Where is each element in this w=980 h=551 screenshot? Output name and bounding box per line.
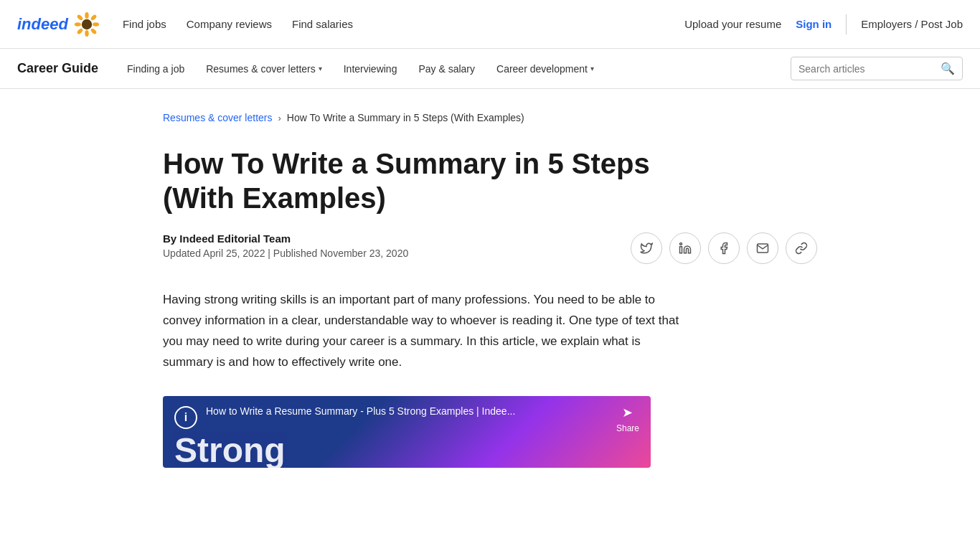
resumes-chevron-icon: ▾ — [319, 65, 322, 72]
article-dates: Updated April 25, 2022 | Published Novem… — [163, 248, 408, 259]
finding-a-job-link[interactable]: Finding a job — [118, 57, 193, 80]
upload-resume-link[interactable]: Upload your resume — [684, 18, 781, 30]
facebook-icon — [717, 242, 730, 255]
main-nav-links: Find jobs Company reviews Find salaries — [123, 18, 684, 30]
twitter-share-button[interactable] — [631, 232, 662, 264]
meta-text: By Indeed Editorial Team Updated April 2… — [163, 232, 408, 259]
linkedin-icon — [679, 242, 692, 255]
article-body: Having strong writing skills is an impor… — [163, 290, 679, 468]
search-box[interactable]: 🔍 — [791, 57, 963, 80]
facebook-share-button[interactable] — [708, 232, 740, 264]
video-share-button[interactable]: ➤ Share — [616, 405, 639, 433]
share-arrow-icon: ➤ — [622, 405, 633, 420]
resumes-link[interactable]: Resumes & cover letters ▾ — [197, 57, 331, 80]
video-strong-text: Strong — [163, 433, 651, 468]
svg-point-3 — [75, 22, 81, 26]
sign-in-button[interactable]: Sign in — [796, 18, 831, 30]
breadcrumb: Resumes & cover letters › How To Write a… — [163, 112, 817, 123]
video-title: How to Write a Resume Summary - Plus 5 S… — [206, 405, 616, 419]
career-nav-links: Finding a job Resumes & cover letters ▾ … — [118, 57, 791, 80]
find-jobs-link[interactable]: Find jobs — [123, 18, 166, 30]
nav-divider — [846, 14, 847, 34]
article-title: How To Write a Summary in 5 Steps (With … — [163, 146, 679, 215]
email-icon — [756, 242, 769, 255]
link-icon — [795, 242, 808, 255]
search-input[interactable] — [798, 63, 941, 75]
article-meta: By Indeed Editorial Team Updated April 2… — [163, 232, 817, 264]
article-author: By Indeed Editorial Team — [163, 232, 408, 245]
find-salaries-link[interactable]: Find salaries — [292, 18, 353, 30]
career-guide-navigation: Career Guide Finding a job Resumes & cov… — [0, 49, 980, 89]
svg-point-1 — [85, 11, 88, 18]
company-reviews-link[interactable]: Company reviews — [187, 18, 272, 30]
career-guide-title: Career Guide — [17, 61, 98, 76]
twitter-icon — [640, 242, 653, 255]
search-button[interactable]: 🔍 — [941, 62, 955, 75]
video-share-label: Share — [616, 423, 639, 433]
career-dev-link[interactable]: Career development ▾ — [488, 57, 603, 80]
social-share-buttons — [631, 232, 817, 264]
indeed-logo[interactable]: indeed — [17, 15, 68, 34]
svg-point-0 — [82, 19, 92, 29]
svg-point-2 — [85, 30, 88, 37]
sunflower-icon — [74, 11, 100, 37]
logo-area: indeed — [17, 11, 100, 37]
interviewing-link[interactable]: Interviewing — [335, 57, 406, 80]
top-nav-right: Upload your resume Sign in Employers / P… — [684, 14, 963, 34]
svg-point-4 — [93, 22, 99, 26]
video-thumbnail[interactable]: i How to Write a Resume Summary - Plus 5… — [163, 396, 651, 468]
breadcrumb-link[interactable]: Resumes & cover letters — [163, 112, 273, 123]
video-info-icon: i — [174, 406, 197, 429]
top-navigation: indeed Find jobs Company reviews Find sa… — [0, 0, 980, 49]
svg-point-5 — [76, 14, 83, 21]
svg-point-7 — [90, 14, 97, 21]
main-content: Resumes & cover letters › How To Write a… — [146, 89, 834, 502]
breadcrumb-current: How To Write a Summary in 5 Steps (With … — [287, 112, 524, 123]
article-intro: Having strong writing skills is an impor… — [163, 290, 679, 373]
svg-point-6 — [90, 27, 97, 34]
pay-salary-link[interactable]: Pay & salary — [410, 57, 484, 80]
svg-point-10 — [680, 243, 682, 245]
email-share-button[interactable] — [747, 232, 778, 264]
employers-link[interactable]: Employers / Post Job — [861, 18, 963, 30]
career-dev-chevron-icon: ▾ — [590, 65, 594, 72]
breadcrumb-separator: › — [278, 113, 281, 123]
linkedin-share-button[interactable] — [669, 232, 701, 264]
svg-rect-9 — [680, 247, 682, 253]
copy-link-button[interactable] — [786, 232, 817, 264]
svg-point-8 — [76, 27, 83, 34]
